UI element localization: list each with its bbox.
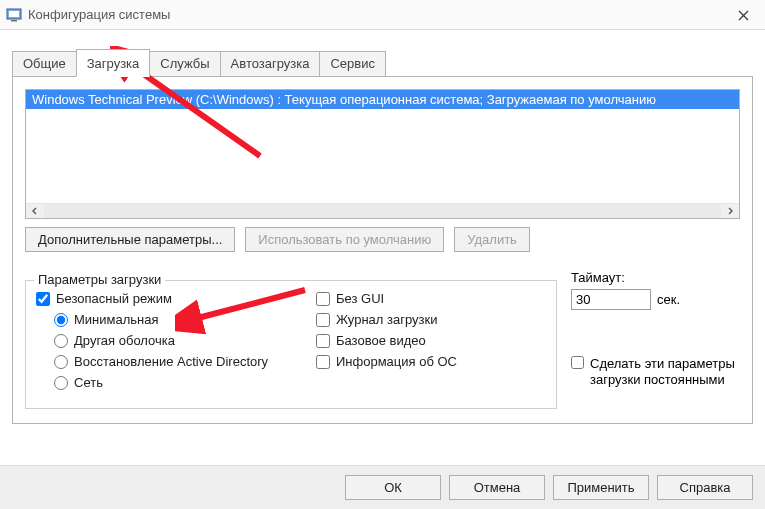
svg-rect-1 <box>9 11 19 17</box>
horizontal-scrollbar[interactable] <box>26 203 739 218</box>
osinfo-input[interactable] <box>316 355 330 369</box>
app-icon <box>6 7 22 23</box>
ok-button[interactable]: ОК <box>345 475 441 500</box>
nogui-checkbox[interactable]: Без GUI <box>316 291 546 306</box>
tabs: Общие Загрузка Службы Автозагрузка Серви… <box>12 48 753 77</box>
safe-mode-column: Безопасный режим Минимальная Другая обол… <box>36 291 316 396</box>
scroll-right-icon[interactable] <box>721 204 739 218</box>
timeout-input[interactable] <box>571 289 651 310</box>
set-default-button: Использовать по умолчанию <box>245 227 444 252</box>
altshell-input[interactable] <box>54 334 68 348</box>
osinfo-checkbox[interactable]: Информация об ОС <box>316 354 546 369</box>
adrepair-radio[interactable]: Восстановление Active Directory <box>54 354 316 369</box>
permanent-input[interactable] <box>571 356 584 369</box>
bootlog-checkbox[interactable]: Журнал загрузки <box>316 312 546 327</box>
boot-entry[interactable]: Windows Technical Preview (C:\Windows) :… <box>26 90 739 109</box>
minimal-input[interactable] <box>54 313 68 327</box>
close-button[interactable] <box>721 0 765 30</box>
scroll-track[interactable] <box>44 204 721 218</box>
misc-options-column: Без GUI Журнал загрузки Базовое видео <box>316 291 546 396</box>
svg-rect-2 <box>11 20 17 22</box>
network-input[interactable] <box>54 376 68 390</box>
basevideo-input[interactable] <box>316 334 330 348</box>
group-legend: Параметры загрузки <box>34 272 165 287</box>
tab-tools[interactable]: Сервис <box>319 51 386 77</box>
content-area: Общие Загрузка Службы Автозагрузка Серви… <box>0 30 765 424</box>
right-column: Таймаут: сек. Сделать эти параметры загр… <box>571 266 740 409</box>
tab-services[interactable]: Службы <box>149 51 220 77</box>
cancel-button[interactable]: Отмена <box>449 475 545 500</box>
adrepair-input[interactable] <box>54 355 68 369</box>
nogui-input[interactable] <box>316 292 330 306</box>
tab-general[interactable]: Общие <box>12 51 77 77</box>
bootlog-input[interactable] <box>316 313 330 327</box>
boot-options-group: Параметры загрузки Безопасный режим Мини… <box>25 280 557 409</box>
safe-mode-checkbox[interactable]: Безопасный режим <box>36 291 316 306</box>
minimal-radio[interactable]: Минимальная <box>54 312 316 327</box>
permanent-checkbox[interactable]: Сделать эти параметры загрузки постоянны… <box>571 356 740 389</box>
advanced-options-button[interactable]: Дополнительные параметры... <box>25 227 235 252</box>
apply-button[interactable]: Применить <box>553 475 649 500</box>
timeout-label: Таймаут: <box>571 270 740 285</box>
tab-panel-boot: Windows Technical Preview (C:\Windows) :… <box>12 77 753 424</box>
boot-buttons-row: Дополнительные параметры... Использовать… <box>25 227 740 252</box>
window-title: Конфигурация системы <box>28 7 170 22</box>
basevideo-checkbox[interactable]: Базовое видео <box>316 333 546 348</box>
tab-boot[interactable]: Загрузка <box>76 49 151 77</box>
safe-mode-input[interactable] <box>36 292 50 306</box>
delete-button: Удалить <box>454 227 530 252</box>
help-button[interactable]: Справка <box>657 475 753 500</box>
titlebar: Конфигурация системы <box>0 0 765 30</box>
boot-entries-list[interactable]: Windows Technical Preview (C:\Windows) :… <box>25 89 740 219</box>
network-radio[interactable]: Сеть <box>54 375 316 390</box>
timeout-unit: сек. <box>657 292 680 307</box>
tab-startup[interactable]: Автозагрузка <box>220 51 321 77</box>
scroll-left-icon[interactable] <box>26 204 44 218</box>
dialog-button-bar: ОК Отмена Применить Справка <box>0 465 765 509</box>
altshell-radio[interactable]: Другая оболочка <box>54 333 316 348</box>
